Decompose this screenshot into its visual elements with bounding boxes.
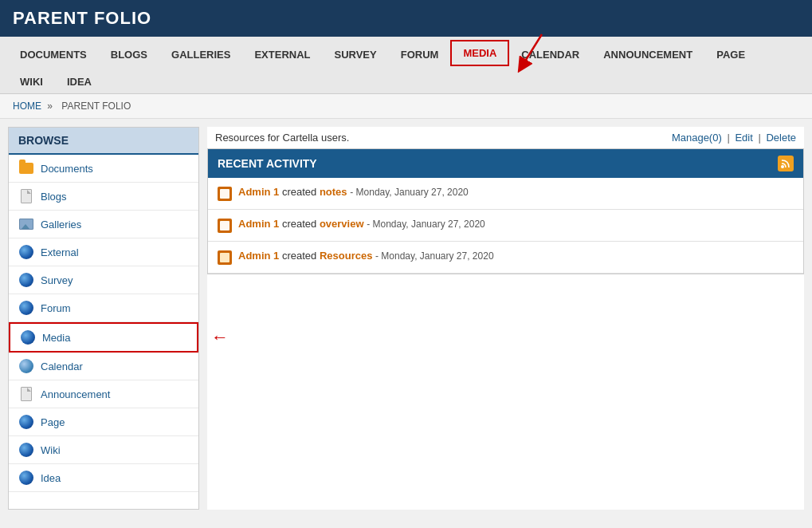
content-area: Resources for Cartella users. Manage(0) … — [207, 127, 804, 510]
activity-link-1[interactable]: notes — [320, 186, 347, 198]
tab-idea[interactable]: IDEA — [55, 69, 104, 93]
sidebar-item-blogs[interactable]: Blogs — [9, 183, 198, 211]
sidebar-item-wiki[interactable]: Wiki — [9, 436, 198, 464]
sidebar-item-galleries[interactable]: Galleries — [9, 211, 198, 238]
sidebar-label-page: Page — [41, 416, 65, 428]
main-layout: BROWSE Documents Blogs Galleries Externa… — [0, 119, 812, 518]
sidebar-item-forum[interactable]: Forum — [9, 294, 198, 322]
activity-action-3: created — [282, 250, 320, 262]
activity-date-1: - Monday, January 27, 2020 — [350, 187, 469, 198]
sidebar-label-external: External — [41, 246, 79, 258]
breadcrumb-separator: » — [47, 100, 55, 112]
folder-icon — [18, 160, 34, 176]
sidebar-item-idea[interactable]: Idea — [9, 464, 198, 492]
doc-icon-announcement — [18, 386, 34, 402]
tab-documents[interactable]: DOCUMENTS — [8, 42, 99, 66]
globe-icon-survey — [18, 272, 34, 288]
activity-item-2: Admin 1 created overview - Monday, Janua… — [208, 210, 803, 242]
tab-wiki[interactable]: WIKI — [8, 69, 55, 93]
tab-galleries[interactable]: GALLERIES — [159, 42, 242, 66]
edit-link[interactable]: Edit — [735, 132, 752, 144]
sidebar-label-announcement: Announcement — [41, 388, 110, 400]
breadcrumb: HOME » PARENT FOLIO — [0, 94, 812, 119]
sidebar: BROWSE Documents Blogs Galleries Externa… — [8, 127, 199, 510]
activity-date-2: - Monday, January 27, 2020 — [367, 219, 485, 230]
action-separator-1: | — [727, 132, 732, 144]
content-description: Resources for Cartella users. — [215, 132, 349, 144]
activity-link-3[interactable]: Resources — [320, 250, 372, 262]
globe-icon-media — [20, 329, 36, 345]
tab-blogs[interactable]: BLOGS — [99, 42, 159, 66]
tab-announcement[interactable]: ANNOUNCEMENT — [591, 42, 704, 66]
doc-icon — [18, 188, 34, 204]
globe-icon-idea — [18, 470, 34, 486]
sidebar-item-calendar[interactable]: Calendar — [9, 353, 198, 380]
app-title: PARENT FOLIO — [13, 8, 799, 29]
nav-tabs-bar: DOCUMENTS BLOGS GALLERIES EXTERNAL SURVE… — [0, 37, 812, 94]
recent-activity-header: RECENT ACTIVITY — [208, 149, 803, 178]
tab-media[interactable]: MEDIA — [450, 40, 509, 66]
sidebar-item-media[interactable]: Media ← — [9, 322, 198, 353]
activity-user-1[interactable]: Admin 1 — [238, 186, 279, 198]
action-separator-2: | — [758, 132, 763, 144]
recent-activity-title: RECENT ACTIVITY — [218, 157, 317, 170]
sidebar-item-page[interactable]: Page — [9, 408, 198, 436]
manage-link[interactable]: Manage(0) — [672, 132, 722, 144]
tab-forum[interactable]: FORUM — [389, 42, 451, 66]
activity-icon-1 — [218, 187, 232, 201]
sidebar-item-external[interactable]: External — [9, 238, 198, 266]
recent-activity-panel: RECENT ACTIVITY Admin 1 created — [207, 148, 804, 274]
activity-icon-2 — [218, 219, 232, 233]
sidebar-item-documents[interactable]: Documents — [9, 155, 198, 183]
sidebar-item-survey[interactable]: Survey — [9, 266, 198, 294]
activity-item-3: Admin 1 created Resources - Monday, Janu… — [208, 242, 803, 274]
activity-action-2: created — [282, 218, 320, 230]
sidebar-label-blogs: Blogs — [41, 191, 67, 203]
sidebar-label-wiki: Wiki — [41, 444, 61, 456]
content-actions: Manage(0) | Edit | Delete — [672, 132, 796, 144]
activity-text-2: Admin 1 created overview - Monday, Janua… — [238, 218, 485, 230]
sidebar-item-announcement[interactable]: Announcement — [9, 380, 198, 408]
globe-icon-page — [18, 414, 34, 430]
activity-user-2[interactable]: Admin 1 — [238, 218, 279, 230]
tab-calendar[interactable]: CALENDAR — [509, 42, 591, 66]
activity-icon-3 — [218, 250, 232, 265]
activity-link-2[interactable]: overview — [320, 218, 364, 230]
activity-action-1: created — [282, 186, 320, 198]
gallery-icon — [18, 216, 34, 232]
rss-icon[interactable] — [778, 156, 794, 171]
tab-survey[interactable]: SURVEY — [322, 42, 388, 66]
globe-icon-forum — [18, 300, 34, 316]
tab-page[interactable]: PAGE — [704, 42, 757, 66]
sidebar-label-idea: Idea — [41, 472, 61, 484]
sidebar-label-forum: Forum — [41, 302, 71, 314]
sidebar-title: BROWSE — [9, 128, 198, 155]
breadcrumb-home[interactable]: HOME — [13, 100, 41, 112]
delete-link[interactable]: Delete — [766, 132, 796, 144]
sidebar-label-documents: Documents — [41, 163, 93, 175]
globe-icon-calendar — [18, 358, 34, 374]
globe-icon-external — [18, 244, 34, 260]
globe-icon-wiki — [18, 442, 34, 458]
activity-item-1: Admin 1 created notes - Monday, January … — [208, 178, 803, 210]
svg-point-0 — [781, 165, 784, 168]
sidebar-label-media: Media — [42, 332, 70, 344]
activity-date-3: - Monday, January 27, 2020 — [375, 250, 494, 262]
activity-user-3[interactable]: Admin 1 — [238, 250, 279, 262]
sidebar-label-calendar: Calendar — [41, 361, 83, 372]
activity-text-3: Admin 1 created Resources - Monday, Janu… — [238, 250, 494, 262]
app-header: PARENT FOLIO — [0, 0, 812, 37]
sidebar-label-galleries: Galleries — [41, 219, 81, 231]
sidebar-label-survey: Survey — [41, 274, 73, 286]
content-header: Resources for Cartella users. Manage(0) … — [207, 127, 804, 148]
breadcrumb-current: PARENT FOLIO — [61, 100, 131, 112]
tab-external[interactable]: EXTERNAL — [242, 42, 322, 66]
activity-text-1: Admin 1 created notes - Monday, January … — [238, 186, 469, 198]
